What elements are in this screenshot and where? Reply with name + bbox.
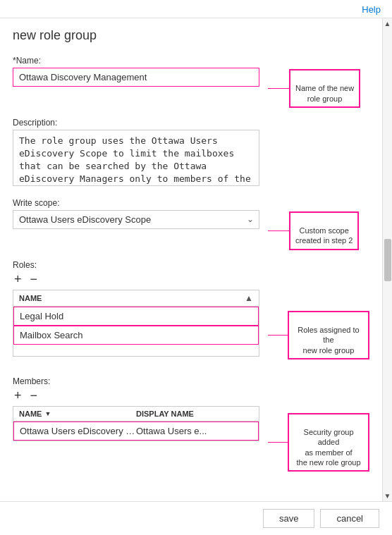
members-add-button[interactable]: + [13, 389, 23, 402]
roles-table: NAME ▲ Legal Hold Mailbox Search [13, 290, 259, 357]
name-input[interactable] [13, 68, 259, 87]
members-section: Members: + − NAME ▼ DISPLAY NAME Ottawa … [13, 376, 369, 472]
name-field-group: *Name: Name of the new role group [13, 56, 369, 108]
write-scope-group: Write scope: Ottawa Users eDiscovery Sco… [13, 198, 369, 250]
footer-bar: save cancel [0, 501, 392, 535]
roles-label: Roles: [13, 260, 369, 270]
members-annotation: Security group added as member of the ne… [288, 413, 369, 472]
write-scope-select-wrapper: Ottawa Users eDiscovery Scope ⌄ [13, 210, 259, 229]
scroll-thumb[interactable] [384, 239, 391, 281]
roles-remove-button[interactable]: − [29, 273, 39, 285]
roles-icon-row: + − [13, 273, 369, 285]
write-scope-label: Write scope: [13, 198, 369, 208]
roles-table-header: NAME ▲ [13, 290, 259, 307]
members-table: NAME ▼ DISPLAY NAME Ottawa Users eDiscov… [13, 406, 259, 441]
member-display-name: Ottawa Users e... [136, 426, 252, 436]
member-row[interactable]: Ottawa Users eDiscovery Managers Ottawa … [13, 422, 259, 441]
name-annotation: Name of the new role group [289, 69, 360, 108]
roles-sort-icon: ▲ [245, 293, 253, 303]
role-row-legal-hold[interactable]: Legal Hold [13, 307, 259, 326]
members-label: Members: [13, 376, 369, 386]
scope-annotation: Custom scope created in step 2 [289, 211, 359, 250]
description-field-group: Description: The role group uses the Ott… [13, 118, 369, 188]
main-container: new role group *Name: Name of the new ro… [0, 18, 392, 501]
page-title: new role group [13, 28, 369, 43]
member-name: Ottawa Users eDiscovery Managers [20, 426, 136, 436]
roles-add-button[interactable]: + [13, 273, 23, 285]
roles-column-name: NAME [19, 294, 245, 302]
description-label: Description: [13, 118, 369, 128]
scroll-up-arrow[interactable]: ▲ [384, 20, 391, 27]
members-icon-row: + − [13, 389, 369, 402]
scrollbar[interactable]: ▲ ▼ [382, 18, 392, 501]
description-input[interactable]: The role group uses the Ottawa Users eDi… [13, 130, 259, 186]
members-column-display: DISPLAY NAME [136, 410, 253, 418]
members-column-name: NAME ▼ [19, 410, 136, 418]
name-label: *Name: [13, 56, 369, 66]
write-scope-select[interactable]: Ottawa Users eDiscovery Scope [13, 210, 259, 229]
roles-annotation: Roles assigned to the new role group [288, 311, 369, 359]
cancel-button[interactable]: cancel [320, 509, 379, 528]
save-button[interactable]: save [263, 509, 314, 528]
roles-section: Roles: + − NAME ▲ Legal Hold Mailbox Sea… [13, 260, 369, 367]
roles-table-body: Legal Hold Mailbox Search [13, 307, 259, 356]
help-link[interactable]: Help [362, 4, 381, 15]
top-bar: Help [0, 0, 392, 18]
content-area: new role group *Name: Name of the new ro… [0, 18, 382, 501]
scroll-down-arrow[interactable]: ▼ [384, 492, 391, 500]
members-remove-button[interactable]: − [29, 389, 39, 402]
members-table-header: NAME ▼ DISPLAY NAME [13, 407, 259, 422]
role-row-mailbox-search[interactable]: Mailbox Search [13, 326, 259, 345]
members-sort-icon: ▼ [44, 410, 51, 417]
